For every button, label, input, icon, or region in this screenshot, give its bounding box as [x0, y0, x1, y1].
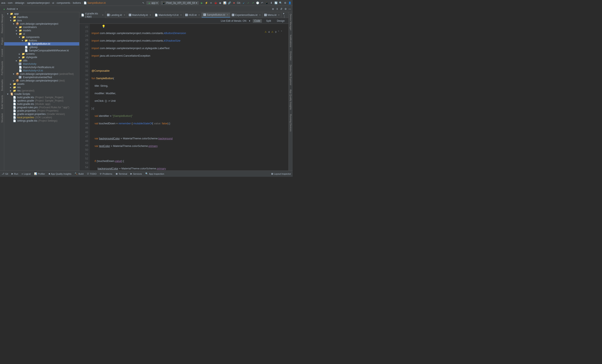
tool-run[interactable]: ▶Run: [11, 172, 18, 175]
tree-item[interactable]: 📄SampleComposableWithReceiver.kt: [4, 49, 79, 52]
editor-tab[interactable]: 📄MainActivity+UI.kt×: [153, 13, 184, 17]
breadcrumb-segment[interactable]: ava: [1, 1, 5, 4]
close-icon[interactable]: ×: [227, 13, 228, 16]
live-edit-label[interactable]: Live Edit of literals: ON: [221, 20, 247, 22]
code-body[interactable]: 💡 import com.delasign.samplestarterproje…: [90, 24, 289, 171]
tool-resource-manager[interactable]: Resource Manager: [1, 14, 3, 33]
tool-bookmarks[interactable]: Bookmarks: [1, 79, 3, 91]
tool-logcat[interactable]: ≡Logcat: [22, 173, 31, 175]
tree-item[interactable]: 📄MainActivity+UI.kt: [4, 69, 79, 72]
undo-icon[interactable]: ↶: [260, 1, 264, 5]
collapse-icon[interactable]: ⇵: [280, 7, 283, 11]
tree-item[interactable]: ▸📁res(generated): [4, 89, 79, 92]
editor-tab[interactable]: 🅺MainActivity.kt×: [127, 13, 153, 17]
tool-running-devices[interactable]: Running Devices: [290, 114, 292, 131]
sync-icon[interactable]: 🔄: [274, 1, 278, 5]
tree-item[interactable]: ▾📁components: [4, 35, 79, 39]
module-selector[interactable]: ▲ Android ▾: [1, 7, 20, 11]
tree-item[interactable]: ▸📁styleguide: [4, 56, 79, 59]
run-icon[interactable]: ▶: [200, 1, 203, 5]
tool-app-inspection[interactable]: 🔍App Inspection: [145, 172, 164, 175]
sdk-icon[interactable]: ⬇: [270, 1, 273, 5]
breadcrumb-segment[interactable]: delasign: [15, 1, 24, 4]
editor-tab[interactable]: 🅺Landing.kt×: [105, 13, 127, 17]
tool-device-manager[interactable]: Device Manager: [290, 14, 292, 31]
breadcrumb-segment[interactable]: com: [8, 1, 12, 4]
device-selector[interactable]: 📱 Pixel_3a_API_33_x86_64 ▾: [161, 1, 199, 5]
dropdown-icon[interactable]: ▾: [283, 12, 284, 15]
settings-icon[interactable]: ⚙: [283, 1, 287, 5]
tree-item[interactable]: 📄local.properties(SDK Location): [4, 116, 79, 119]
minimize-icon[interactable]: —: [288, 7, 291, 11]
tool-emulator[interactable]: Emulator: [290, 51, 292, 61]
avd-icon[interactable]: 📱: [265, 1, 269, 5]
tool-commit[interactable]: Commit: [1, 49, 3, 57]
tool-project[interactable]: Project: [1, 38, 3, 45]
tree-item[interactable]: 📄build.gradle.kts(Module :app): [4, 102, 79, 106]
git-pull-icon[interactable]: ↙: [242, 1, 245, 5]
breadcrumb-segment[interactable]: samplestarterproject: [27, 1, 50, 4]
tool-app-quality-insights[interactable]: App Quality Insights: [290, 89, 292, 110]
tool-pull-requests[interactable]: Pull Requests: [1, 61, 3, 75]
tool-services[interactable]: ▶Services: [130, 172, 142, 175]
stop-icon[interactable]: ■: [232, 1, 236, 5]
breadcrumb-segment[interactable]: buttons: [73, 1, 81, 4]
close-icon[interactable]: ×: [102, 14, 104, 17]
tree-item[interactable]: 📄settings.gradle.kts(Project Settings): [4, 119, 79, 122]
git-commit-icon[interactable]: ✓: [247, 1, 250, 5]
tree-item[interactable]: 🅺ExampleInstrumentedTest: [4, 76, 79, 79]
tool-problems[interactable]: ⊘Problems: [100, 172, 112, 175]
editor-tab[interactable]: 🅺ExperienceStates.kt×: [230, 13, 263, 17]
target-icon[interactable]: ⊕: [271, 7, 275, 11]
tree-item[interactable]: ▾📦com.delasign.samplestarterproject(andr…: [4, 72, 79, 76]
tool-terminal[interactable]: ▣Terminal: [116, 172, 127, 175]
code-editor[interactable]: ⚠4 ⚠3 ˄ ˅ 222324252627282930313233343536…: [79, 24, 289, 171]
tool-build-variants[interactable]: Build Variants: [1, 95, 3, 109]
editor-tab[interactable]: 🅺SampleButton.kt×: [202, 12, 230, 18]
editor-tab[interactable]: 🅺HUD.kt×: [183, 13, 202, 17]
tree-item[interactable]: 📄SampleButton.kt: [4, 42, 79, 45]
tree-item[interactable]: ▾📦com.delasign.samplestarterproject: [4, 22, 79, 25]
tool-app-quality-insights[interactable]: ◆App Quality Insights: [48, 172, 72, 175]
tree-item[interactable]: ▾📁app: [4, 12, 79, 15]
tree-item[interactable]: ▸📁screens: [4, 52, 79, 56]
tree-item[interactable]: 📄build.gradle.kts(Project: Sample_Projec…: [4, 96, 79, 99]
tree-item[interactable]: 📄spotless.gradle(Project: Sample_Project…: [4, 99, 79, 102]
tool-structure[interactable]: Structure: [1, 113, 3, 123]
editor-tab[interactable]: 📄d.gradle.kts (:app)×: [79, 11, 105, 19]
apply-changes-icon[interactable]: ⚡: [205, 1, 208, 5]
breadcrumb-segment[interactable]: components: [57, 1, 70, 4]
tree-item[interactable]: 🅺MainActivity: [4, 62, 79, 66]
tree-item[interactable]: ▸📁manifests: [4, 15, 79, 19]
tree-item[interactable]: ▾📁java: [4, 19, 79, 22]
breadcrumb-segment[interactable]: ui: [52, 1, 54, 4]
tree-item[interactable]: ▾📁ui: [4, 32, 79, 35]
close-icon[interactable]: ×: [259, 14, 261, 17]
tool-build[interactable]: 🔨Build: [75, 172, 83, 175]
close-icon[interactable]: ×: [180, 14, 182, 17]
coverage-icon[interactable]: ◉: [218, 1, 222, 5]
editor-tab[interactable]: 🅺Menu.kt×: [263, 13, 281, 17]
tree-item[interactable]: ▸📁utils: [4, 59, 79, 62]
git-push-icon[interactable]: ↗: [251, 1, 255, 5]
close-icon[interactable]: ×: [150, 14, 151, 17]
layout-inspector-button[interactable]: ▦Layout Inspector: [271, 172, 291, 175]
tree-item[interactable]: ▾📁buttons: [4, 39, 79, 42]
search-icon[interactable]: 🔍: [279, 1, 282, 5]
tool-git[interactable]: ⎇Git: [2, 172, 8, 175]
tree-item[interactable]: 📄proguard-rules.pro(ProGuard Rules for "…: [4, 106, 79, 109]
apply-code-icon[interactable]: ≡: [209, 1, 213, 5]
breadcrumb-current[interactable]: 📄 SampleButton.kt: [84, 1, 106, 4]
dropdown-icon[interactable]: ▾: [249, 20, 250, 22]
split-mode-button[interactable]: Split: [264, 19, 273, 23]
gear-icon[interactable]: ⚙: [284, 7, 287, 11]
more-icon[interactable]: ⋮: [283, 15, 286, 18]
tool-profiler[interactable]: 📊Profiler: [34, 172, 45, 175]
tree-item[interactable]: ▾📜Gradle Scripts: [4, 92, 79, 96]
tree-item[interactable]: ▸📁coordinators: [4, 25, 79, 29]
tree-item[interactable]: ▸📁models: [4, 29, 79, 32]
attach-icon[interactable]: 🔗: [228, 1, 231, 5]
tool-todo[interactable]: ☑TODO: [87, 172, 97, 175]
debug-icon[interactable]: 🐞: [214, 1, 217, 5]
design-mode-button[interactable]: Design: [275, 19, 286, 23]
